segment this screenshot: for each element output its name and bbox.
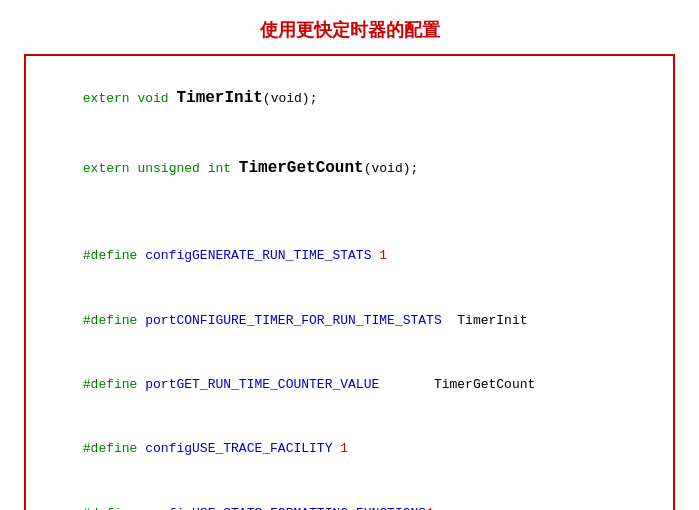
def-val4: 1	[340, 441, 348, 456]
code-line-extern-uint: extern unsigned int TimerGetCount(void);	[36, 133, 663, 202]
fn-timerinit: TimerInit	[176, 89, 262, 107]
paren-void2: (void);	[364, 161, 419, 176]
code-line-def3: #define portGET_RUN_TIME_COUNTER_VALUE T…	[36, 353, 663, 417]
def-val2: TimerInit	[457, 313, 527, 328]
code-line-blank	[36, 203, 663, 224]
code-line-extern-void: extern void TimerInit(void);	[36, 64, 663, 133]
def-val3: TimerGetCount	[434, 377, 535, 392]
kw-extern-void: extern void	[83, 91, 177, 106]
code-line-def4: #define configUSE_TRACE_FACILITY 1	[36, 417, 663, 481]
def-kw2: #define	[83, 313, 145, 328]
def-kw4: #define	[83, 441, 145, 456]
fn-timergetcount: TimerGetCount	[239, 159, 364, 177]
boxed-code-block: extern void TimerInit(void); extern unsi…	[24, 54, 675, 510]
kw-extern-uint: extern unsigned int	[83, 161, 239, 176]
page-title: 使用更快定时器的配置	[24, 18, 675, 42]
def-name4: configUSE_TRACE_FACILITY	[145, 441, 340, 456]
def-kw5: #define	[83, 506, 145, 510]
def-val5: 1	[426, 506, 434, 510]
paren-void1: (void);	[263, 91, 318, 106]
code-line-def1: #define configGENERATE_RUN_TIME_STATS 1	[36, 224, 663, 288]
def-name3: portGET_RUN_TIME_COUNTER_VALUE	[145, 377, 434, 392]
def-kw3: #define	[83, 377, 145, 392]
code-line-def2: #define portCONFIGURE_TIMER_FOR_RUN_TIME…	[36, 288, 663, 352]
def-name1: configGENERATE_RUN_TIME_STATS	[145, 248, 379, 263]
code-line-def5: #define configUSE_STATS_FORMATTING_FUNCT…	[36, 481, 663, 510]
def-name2: portCONFIGURE_TIMER_FOR_RUN_TIME_STATS	[145, 313, 457, 328]
page-container: 使用更快定时器的配置 extern void TimerInit(void); …	[0, 0, 699, 510]
def-val1: 1	[379, 248, 387, 263]
def-name5: configUSE_STATS_FORMATTING_FUNCTIONS	[145, 506, 426, 510]
def-kw1: #define	[83, 248, 145, 263]
